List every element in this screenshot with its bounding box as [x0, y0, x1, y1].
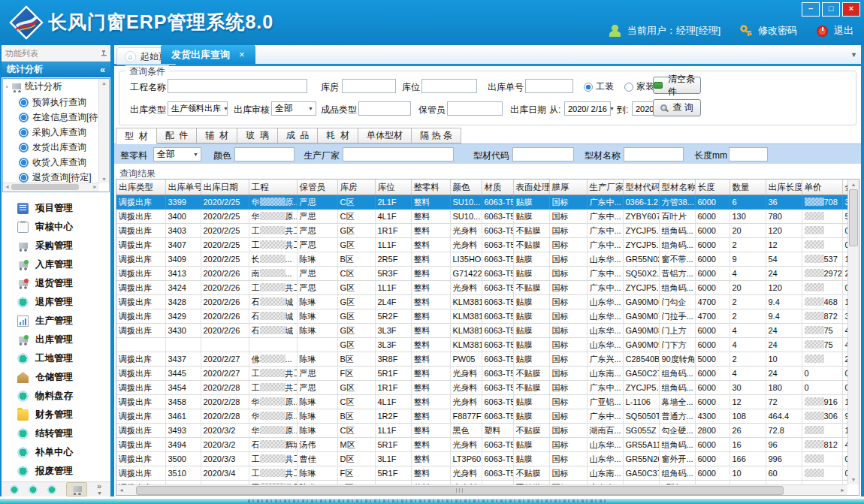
sidebar-item-项目管理[interactable]: 项目管理: [2, 199, 110, 218]
warehouse-input[interactable]: [342, 79, 396, 93]
collapse-icon[interactable]: «: [100, 65, 105, 75]
scrollbar-thumb[interactable]: [849, 189, 858, 246]
scroll-right-icon[interactable]: ►: [91, 183, 99, 192]
search-button[interactable]: 查 询: [653, 99, 701, 116]
table-row[interactable]: 调拨出库34302020/2/26石城陈琳G区3L3F整料KLM38176063…: [116, 324, 847, 338]
scroll-down-icon[interactable]: ▼: [848, 475, 859, 484]
table-row[interactable]: 调拨出库34292020/2/26石城陈琳G区5R2F整料KLM38176063…: [116, 309, 847, 324]
column-header[interactable]: 材质: [482, 180, 513, 195]
column-header[interactable]: 表面处理: [513, 180, 549, 195]
tree-expander-icon[interactable]: ▪: [6, 83, 8, 90]
radio-gongzhuang[interactable]: 工装: [584, 80, 614, 93]
sidebar-item-退货管理[interactable]: 退货管理: [2, 274, 110, 293]
table-row[interactable]: 调拨出库34452020/2/27工共工程严思F区5R1F整料光身料6063-T…: [116, 367, 847, 381]
table-row[interactable]: 调拨出库34242020/2/26工共工程严思G区1L1F整料光身料6063-T…: [116, 281, 847, 295]
factory-input[interactable]: [343, 147, 454, 161]
table-row[interactable]: 调拨出库34072020/2/25工共工程严思G区1L1F整料光身料6063-T…: [116, 238, 847, 252]
table-row[interactable]: 调拨出库34372020/2/27佛...陈琳B区3R8F整料PW056063-…: [116, 352, 847, 367]
pin-icon[interactable]: [100, 50, 107, 58]
material-tab-8[interactable]: 隔 热 条: [412, 128, 461, 143]
profile-name-input[interactable]: [624, 147, 684, 161]
sidebar-item-物料盘存[interactable]: 物料盘存: [2, 387, 110, 406]
sidebar-item-出库管理[interactable]: 出库管理: [2, 330, 110, 349]
column-header[interactable]: 保管员: [297, 180, 337, 195]
sidebar-item-补单中心[interactable]: 补单中心: [2, 443, 110, 462]
date-from-picker[interactable]: 2020/ 2/16 ▼: [564, 101, 611, 116]
sidebar-item-审核中心[interactable]: 审核中心: [2, 218, 110, 237]
column-header[interactable]: 出库日期: [201, 180, 249, 195]
column-header[interactable]: 单价: [802, 180, 842, 195]
clear-conditions-button[interactable]: 清空条件: [653, 77, 701, 94]
column-header[interactable]: 出库长度: [766, 180, 802, 195]
table-row[interactable]: 调拨出库33992020/2/25华原...严思C区2L1F整料SU10...6…: [116, 195, 847, 210]
tree-item[interactable]: 发货出库查询: [3, 140, 99, 155]
scroll-right-icon[interactable]: ►: [838, 485, 847, 495]
tree-item[interactable]: 采购入库查询: [3, 125, 99, 140]
length-input[interactable]: [729, 147, 768, 161]
column-header[interactable]: 型材名称: [659, 180, 695, 195]
column-header[interactable]: 库位: [375, 180, 411, 195]
tree-item[interactable]: 收货入库查询: [3, 155, 99, 170]
column-header[interactable]: 出库类型: [116, 180, 165, 195]
table-row[interactable]: 调拨出库35102020/3/4工共工程陈琳F区5R1F整料光身料6063-T5…: [116, 466, 847, 481]
table-row[interactable]: 调拨出库34942020/3/2石辉城汤伟M区5R1F整料光身料6063-T5贴…: [116, 438, 847, 452]
sidebar-item-生产管理[interactable]: 生产管理: [2, 312, 110, 330]
minimize-button[interactable]: –: [802, 2, 820, 17]
tree-item[interactable]: 在途信息查询[待: [3, 110, 99, 125]
sidebar-item-财务管理[interactable]: 财务管理: [2, 406, 110, 424]
material-tab-1[interactable]: 型 材: [116, 128, 157, 144]
module-dot-icon[interactable]: [29, 485, 38, 494]
material-tab-2[interactable]: 配 件: [157, 128, 198, 143]
column-header[interactable]: 生产厂家: [587, 180, 623, 195]
material-tab-4[interactable]: 玻 璃: [237, 128, 278, 143]
column-header[interactable]: 库房: [337, 180, 375, 195]
column-header[interactable]: 出库单号: [165, 180, 201, 195]
radio-jiazhuang[interactable]: 家装: [624, 80, 654, 93]
tree-item[interactable]: 退货查询[待定]: [3, 170, 99, 183]
table-row[interactable]: G区3L3F整料KLM38176063-T5贴膜国标山东华...GA90M09.…: [116, 338, 847, 352]
scrollbar-thumb[interactable]: [11, 184, 79, 190]
column-header[interactable]: 颜色: [450, 180, 482, 195]
module-dot-icon[interactable]: [47, 485, 56, 494]
tree-vertical-scrollbar[interactable]: ▲ ▼: [98, 79, 109, 183]
maximize-button[interactable]: □: [822, 2, 840, 17]
material-tab-3[interactable]: 辅 材: [197, 128, 237, 143]
sidebar-item-工地管理[interactable]: 工地管理: [2, 349, 110, 368]
color-input[interactable]: [234, 147, 295, 161]
tree-item[interactable]: 预算执行查询: [3, 95, 99, 110]
tab-shipping-outbound-query[interactable]: 发货出库查询 ×: [161, 45, 255, 64]
column-header[interactable]: 长度: [695, 180, 730, 195]
project-name-input[interactable]: [168, 79, 307, 93]
column-header[interactable]: 工程: [249, 180, 297, 195]
logout-link[interactable]: 退出: [834, 24, 853, 38]
out-type-combo[interactable]: 生产领料出库 ▼: [168, 101, 228, 116]
tab-list-chevron-icon[interactable]: ▼: [850, 51, 857, 59]
order-no-input[interactable]: [525, 79, 573, 93]
column-header[interactable]: 数量: [730, 180, 766, 195]
sidebar-item-退库管理[interactable]: 退库管理: [2, 293, 110, 312]
scrollbar-thumb[interactable]: [136, 486, 784, 495]
column-header[interactable]: 金额: [842, 180, 847, 195]
material-tab-7[interactable]: 单体型材: [358, 128, 412, 143]
tree-horizontal-scrollbar[interactable]: ◄ ►: [3, 183, 99, 192]
sidebar-item-仓储管理[interactable]: 仓储管理: [2, 368, 110, 387]
scroll-up-icon[interactable]: ▲: [848, 180, 859, 189]
product-type-input[interactable]: [358, 101, 411, 116]
sidebar-item-报废管理[interactable]: 报废管理: [2, 462, 110, 481]
sidebar-item-入库管理[interactable]: 入库管理: [2, 255, 110, 274]
change-password-link[interactable]: 修改密码: [758, 24, 797, 38]
audit-combo[interactable]: 全部 ▼: [271, 101, 316, 116]
scroll-left-icon[interactable]: ◄: [3, 183, 11, 192]
table-row[interactable]: 调拨出库34612020/2/28华原...陈琳B区1R2F整料F8877FT6…: [116, 409, 847, 424]
overflow-chevron[interactable]: »▼: [97, 482, 102, 497]
whole-piece-combo[interactable]: 全部 ▼: [153, 147, 201, 161]
table-row[interactable]: 调拨出库34132020/2/26南...严思C区5R3F整料G71422606…: [116, 267, 847, 281]
scroll-up-icon[interactable]: ▲: [99, 79, 109, 87]
profile-code-input[interactable]: [512, 147, 574, 161]
horizontal-scrollbar[interactable]: ◄ ►: [116, 484, 847, 495]
location-input[interactable]: [421, 79, 477, 93]
table-row[interactable]: 调拨出库34032020/2/25工共工程严思G区1R1F整料光身料6063-T…: [116, 224, 847, 238]
material-tab-6[interactable]: 耗 材: [318, 128, 358, 143]
scroll-down-icon[interactable]: ▼: [99, 175, 109, 183]
table-row[interactable]: 调拨出库34542020/2/28工共工程严思G区1R1F整料光身料6063-T…: [116, 381, 847, 395]
